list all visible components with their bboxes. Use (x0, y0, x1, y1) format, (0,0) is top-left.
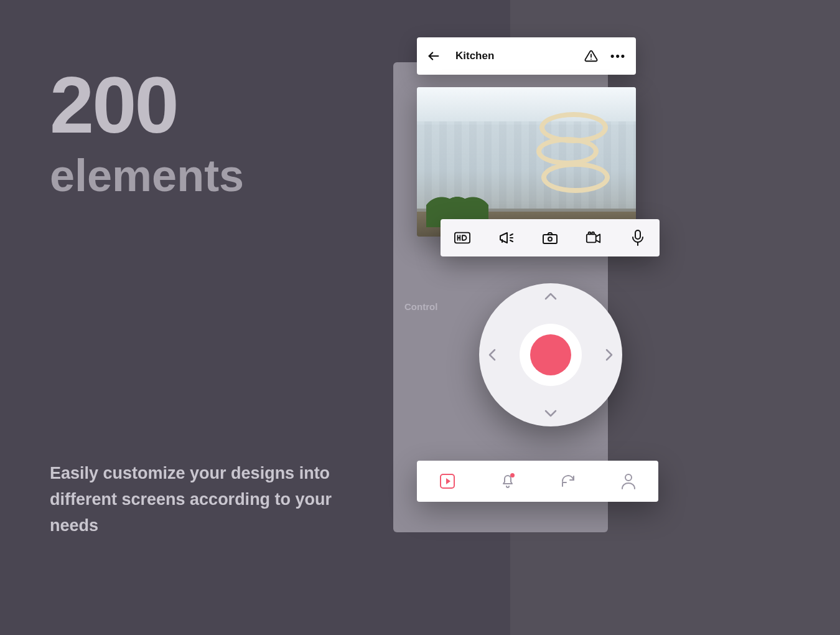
alert-triangle-icon (584, 49, 598, 63)
pan-down-button[interactable] (544, 409, 557, 418)
chevron-right-icon (605, 349, 614, 361)
svg-point-2 (590, 59, 592, 60)
user-icon (620, 473, 637, 490)
refresh-icon (560, 473, 576, 489)
snapshot-button[interactable] (542, 231, 558, 245)
record-dot-icon (530, 334, 571, 375)
svg-point-5 (548, 237, 552, 241)
media-controls-bar (441, 219, 660, 256)
appbar-title: Kitchen (455, 50, 494, 62)
headline-count: 200 (50, 65, 244, 145)
mic-toggle[interactable] (630, 231, 646, 245)
pan-center-button[interactable] (520, 324, 582, 386)
camera-icon (542, 231, 558, 245)
svg-point-13 (625, 474, 632, 481)
speaker-toggle[interactable] (498, 231, 515, 245)
hd-toggle[interactable] (454, 231, 470, 245)
video-camera-icon (586, 231, 602, 245)
pan-right-button[interactable] (605, 349, 614, 361)
app-bar: Kitchen ••• (417, 37, 636, 75)
svg-point-8 (592, 232, 595, 235)
svg-rect-4 (543, 235, 557, 243)
more-horizontal-icon: ••• (610, 50, 626, 62)
control-section-label: Control (404, 301, 437, 312)
svg-marker-12 (446, 478, 450, 484)
svg-point-7 (589, 232, 591, 235)
megaphone-icon (498, 230, 515, 245)
camera-preview[interactable] (417, 87, 636, 237)
nav-play[interactable] (438, 472, 457, 491)
pan-left-button[interactable] (488, 349, 497, 361)
headline: 200 elements (50, 65, 244, 200)
nav-notifications[interactable] (498, 472, 517, 491)
notification-badge (510, 473, 515, 477)
play-icon (439, 473, 456, 490)
pan-up-button[interactable] (544, 292, 557, 301)
bottom-nav (417, 461, 658, 502)
microphone-icon (632, 230, 644, 246)
back-button[interactable] (427, 49, 441, 63)
more-button[interactable]: ••• (610, 50, 626, 63)
headline-word: elements (50, 151, 244, 200)
chevron-up-icon (544, 292, 557, 301)
nav-refresh[interactable] (559, 472, 577, 491)
alert-button[interactable] (584, 49, 598, 63)
record-button[interactable] (586, 231, 602, 245)
chevron-left-icon (488, 349, 497, 361)
nav-profile[interactable] (619, 472, 638, 491)
hd-icon (454, 232, 470, 244)
chevron-down-icon (544, 409, 557, 418)
pan-tilt-control (479, 283, 622, 426)
subtitle: Easily customize your designs into diffe… (50, 461, 373, 539)
svg-rect-9 (635, 230, 640, 239)
arrow-left-icon (427, 49, 441, 63)
svg-rect-6 (587, 234, 596, 242)
